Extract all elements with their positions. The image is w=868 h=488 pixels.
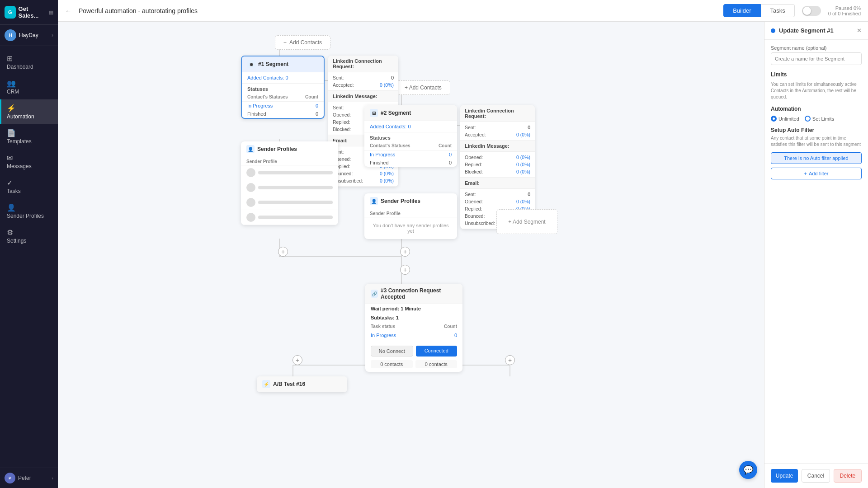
auto-filter-hint: Any contact that at some point in time s…: [771, 135, 862, 148]
automation-section-title: Automation: [771, 106, 862, 112]
sidebar-item-sender-profiles[interactable]: 👤 Sender Profiles: [0, 199, 58, 224]
plus-filter-icon: +: [804, 171, 807, 176]
segment-name-label: Segment name (optional): [771, 45, 862, 51]
tab-builder[interactable]: Builder: [723, 4, 760, 17]
segment2-icon: ⊞: [370, 109, 378, 117]
unlimited-radio[interactable]: Unlimited: [771, 116, 799, 122]
add-contacts-button-1[interactable]: + Add Contacts: [275, 35, 330, 50]
segment-name-input[interactable]: [771, 52, 862, 65]
app-logo-text: Get Sales...: [19, 5, 46, 19]
sidebar-expand-icon: ▦: [49, 9, 53, 15]
stats-line1: Paused 0%: [828, 5, 861, 11]
ab-test-title: A/B Test #16: [273, 381, 305, 387]
segment2-node[interactable]: ⊞ #2 Segment Added Contacts: 0 Statuses …: [364, 105, 457, 167]
segment2-added-value: 0: [408, 124, 410, 129]
connection3-status-table: Task status Count In Progress 0: [365, 322, 462, 342]
sidebar-item-messages[interactable]: ✉ Messages: [0, 149, 58, 174]
sidebar-logo: G Get Sales... ▦: [0, 0, 58, 25]
sender-profiles-1-node[interactable]: 👤 Sender Profiles Sender Profile: [241, 141, 338, 225]
delete-button[interactable]: Delete: [834, 469, 862, 483]
connection3-subtasks: Subtasks: 1: [365, 313, 462, 322]
plus-button-1[interactable]: +: [278, 247, 288, 257]
set-limits-radio-dot: [805, 116, 811, 122]
sender-profiles-icon: 👤: [7, 203, 16, 212]
profile-avatar-3: [246, 198, 255, 207]
sidebar-item-dashboard[interactable]: ⊞ Dashboard: [0, 50, 58, 75]
connection3-node[interactable]: 🔗 #3 Connection Request Accepted Wait pe…: [365, 284, 462, 372]
connection-icon: 🔗: [371, 290, 378, 298]
sidebar-item-tasks[interactable]: ✓ Tasks: [0, 174, 58, 199]
profile-icon: 👤: [246, 145, 255, 153]
sidebar-item-label: Automation: [7, 113, 34, 120]
sidebar-item-settings[interactable]: ⚙ Settings: [0, 224, 58, 249]
segment1-added-value: 0: [285, 75, 288, 80]
canvas: + Add Contacts + Add Contacts ⊞ #1 Segme…: [58, 22, 764, 488]
right-panel-footer: Update Cancel Delete: [764, 463, 868, 488]
ab-test-header: ⚡ A/B Test #16: [257, 376, 347, 392]
segment2-statuses-header: Contact's Statuses Count: [364, 141, 457, 150]
segment2-header: ⊞ #2 Segment: [364, 105, 457, 121]
canvas-inner: + Add Contacts + Add Contacts ⊞ #1 Segme…: [58, 22, 691, 488]
plus-icon2: +: [405, 84, 409, 91]
chat-bubble-button[interactable]: 💬: [739, 461, 757, 479]
segment-icon: ⊞: [247, 60, 255, 68]
tasks-icon: ✓: [7, 178, 13, 187]
add-contacts-button-2[interactable]: + Add Contacts: [396, 80, 450, 95]
profile-row-2: [241, 180, 338, 195]
segment1-inprogress-row: In Progress 0: [242, 102, 324, 110]
chevron-right-icon: ›: [52, 32, 53, 38]
sidebar-bottom-user[interactable]: P Peter ›: [0, 468, 58, 488]
segment2-inprogress-row: In Progress 0: [364, 150, 457, 159]
update-button[interactable]: Update: [771, 469, 798, 483]
segment1-statuses-header: Contact's Statuses Count: [242, 93, 324, 102]
user-name: HayDay: [19, 32, 38, 38]
accepted-row: Accepted: 0 (0%): [328, 81, 398, 89]
no-connect-button[interactable]: No Connect: [371, 346, 413, 357]
sidebar-item-crm[interactable]: 👥 CRM: [0, 75, 58, 99]
bottom-user-name: Peter: [18, 475, 31, 481]
sidebar-item-automation[interactable]: ⚡ Automation: [0, 99, 58, 124]
connected-button[interactable]: Connected: [416, 346, 458, 357]
conn-inprogress-row: In Progress 0: [371, 331, 457, 339]
profile-bar-2: [258, 186, 333, 189]
connection3-title: #3 Connection Request Accepted: [381, 287, 457, 300]
connection3-contacts: 0 contacts 0 contacts: [365, 360, 462, 372]
profile-row-4: [241, 210, 338, 225]
ab-icon: ⚡: [262, 380, 270, 388]
segment1-added-contacts: Added Contacts: 0: [242, 72, 324, 84]
segment1-node[interactable]: ⊞ #1 Segment Added Contacts: 0 Statuses …: [241, 56, 325, 119]
canvas-area: + Add Contacts + Add Contacts ⊞ #1 Segme…: [58, 22, 868, 488]
tab-tasks[interactable]: Tasks: [761, 4, 795, 17]
bottom-user-avatar: P: [5, 473, 15, 483]
sender-profile-col-header: Sender Profile: [241, 157, 338, 165]
limits-hint: You can set limits for simultaneously ac…: [771, 81, 862, 100]
plus-button-2[interactable]: +: [400, 247, 410, 257]
sidebar-user[interactable]: H HayDay ›: [0, 25, 58, 46]
settings-icon: ⚙: [7, 228, 13, 237]
plus-button-4[interactable]: +: [292, 355, 302, 365]
paused-toggle[interactable]: [802, 6, 821, 16]
add-filter-button[interactable]: + Add filter: [771, 168, 862, 179]
back-button[interactable]: ←: [65, 7, 71, 14]
sidebar: G Get Sales... ▦ H HayDay › ⊞ Dashboard …: [0, 0, 58, 488]
plus-button-3[interactable]: +: [400, 265, 410, 275]
linkedin-conn-header-2: Linkedin Connection Request:: [460, 105, 535, 122]
topbar-stats: Paused 0% 0 of 0 Finished: [828, 5, 861, 16]
sidebar-item-label: Dashboard: [7, 64, 33, 70]
profile-avatar-2: [246, 183, 255, 192]
ab-test-node[interactable]: ⚡ A/B Test #16: [257, 376, 347, 392]
right-panel: Update Segment #1 ✕ Segment name (option…: [764, 22, 868, 488]
close-icon[interactable]: ✕: [857, 27, 862, 34]
set-limits-radio[interactable]: Set Limits: [805, 116, 834, 122]
sender-profiles-2-header: 👤 Sender Profiles: [364, 193, 457, 209]
segment1-header: ⊞ #1 Segment: [242, 56, 324, 72]
plus-button-5[interactable]: +: [505, 355, 515, 365]
add-segment-button[interactable]: + Add Segment: [496, 209, 557, 234]
connection3-buttons: No Connect Connected: [365, 342, 462, 360]
sidebar-item-label: Tasks: [7, 188, 21, 194]
cancel-button[interactable]: Cancel: [802, 469, 830, 483]
sidebar-item-templates[interactable]: 📄 Templates: [0, 124, 58, 149]
sender-profiles-2-node[interactable]: 👤 Sender Profiles Sender Profile You don…: [364, 193, 457, 239]
segment1-finished-row: Finished 0: [242, 110, 324, 118]
email-header-2: Email:: [460, 178, 535, 189]
